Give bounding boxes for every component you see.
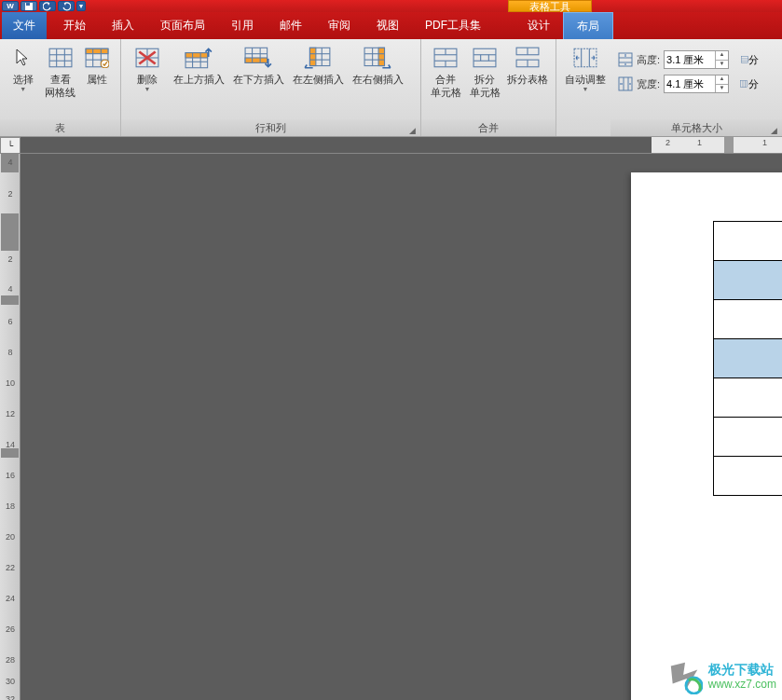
group-label: 合并 xyxy=(421,119,556,136)
tab-page-layout[interactable]: 页面布局 xyxy=(147,12,218,39)
tab-mail[interactable]: 邮件 xyxy=(267,12,315,39)
document-table[interactable] xyxy=(713,221,782,496)
tab-view[interactable]: 视图 xyxy=(364,12,412,39)
document-page[interactable] xyxy=(631,172,782,700)
table-cell[interactable] xyxy=(714,457,783,496)
row-height-icon xyxy=(618,52,633,67)
dialog-launcher-icon[interactable]: ◢ xyxy=(406,122,418,133)
tab-references[interactable]: 引用 xyxy=(218,12,267,39)
group-table: 选择 ▼ 查看 网格线 属性 表 xyxy=(0,39,121,136)
split-cells-icon xyxy=(470,45,500,71)
insert-left-button[interactable]: 在左侧插入 xyxy=(289,43,347,88)
spin-down-icon[interactable]: ▼ xyxy=(716,85,728,93)
cursor-icon xyxy=(8,45,38,71)
svg-rect-2 xyxy=(49,48,72,67)
tab-stop-selector[interactable]: └ xyxy=(0,137,21,154)
svg-rect-8 xyxy=(86,48,108,53)
group-autofit: 自动调整 ▼ xyxy=(556,39,611,136)
table-cell[interactable] xyxy=(714,222,783,261)
column-marker[interactable] xyxy=(724,137,734,153)
distribute-cols-icon xyxy=(740,76,748,91)
group-merge: 合并 单元格 拆分 单元格 拆分表格 合并 xyxy=(421,39,556,136)
delete-icon xyxy=(132,45,162,71)
svg-rect-34 xyxy=(378,48,384,65)
svg-rect-24 xyxy=(245,58,268,62)
svg-rect-43 xyxy=(473,48,496,67)
save-button[interactable] xyxy=(21,1,37,11)
insert-below-icon xyxy=(243,45,273,71)
spin-up-icon[interactable]: ▲ xyxy=(716,75,728,85)
properties-button[interactable]: 属性 xyxy=(79,43,115,88)
table-cell[interactable] xyxy=(714,261,783,300)
table-cell[interactable] xyxy=(714,378,783,418)
redo-icon xyxy=(62,2,71,11)
distribute-rows-icon xyxy=(740,52,748,67)
dropdown-arrow-icon: ▼ xyxy=(20,86,26,92)
document-area: 4 2 2 4 6 8 10 12 14 16 18 20 22 24 26 2… xyxy=(0,154,782,700)
distribute-rows-button[interactable]: 分 xyxy=(740,50,759,69)
insert-right-button[interactable]: 在右侧插入 xyxy=(349,43,406,88)
word-app-icon[interactable]: W xyxy=(2,1,19,11)
properties-icon xyxy=(82,45,112,71)
svg-rect-29 xyxy=(309,48,315,65)
tab-file[interactable]: 文件 xyxy=(2,12,47,39)
split-cells-button[interactable]: 拆分 单元格 xyxy=(466,43,503,101)
insert-left-icon xyxy=(303,45,333,71)
spin-down-icon[interactable]: ▼ xyxy=(716,61,728,69)
insert-below-button[interactable]: 在下方插入 xyxy=(229,43,287,88)
width-label: 宽度: xyxy=(637,77,660,91)
undo-button[interactable] xyxy=(39,1,56,11)
tab-home[interactable]: 开始 xyxy=(50,12,99,39)
merge-cells-button[interactable]: 合并 单元格 xyxy=(427,43,464,101)
split-table-icon xyxy=(513,45,542,71)
vertical-ruler[interactable]: 4 2 2 4 6 8 10 12 14 16 18 20 22 24 26 2… xyxy=(0,154,21,700)
table-cell[interactable] xyxy=(714,300,783,339)
autofit-icon xyxy=(570,45,600,71)
ruler-area: └ 2 1 1 2 xyxy=(0,137,782,154)
table-cell[interactable] xyxy=(714,339,783,378)
select-button[interactable]: 选择 ▼ xyxy=(6,43,41,94)
ribbon-tabs: 文件 开始 插入 页面布局 引用 邮件 审阅 视图 PDF工具集 设计 布局 xyxy=(0,12,782,39)
group-label: 单元格大小◢ xyxy=(611,119,782,136)
gridlines-icon xyxy=(46,45,75,71)
table-cell[interactable] xyxy=(714,418,783,457)
height-label: 高度: xyxy=(637,53,660,67)
redo-button[interactable] xyxy=(58,1,75,11)
svg-rect-1 xyxy=(26,3,30,6)
split-table-button[interactable]: 拆分表格 xyxy=(505,43,550,88)
merge-cells-icon xyxy=(431,45,460,71)
svg-rect-19 xyxy=(185,53,208,58)
save-icon xyxy=(24,2,34,11)
group-label: 表 xyxy=(0,119,120,136)
tab-design[interactable]: 设计 xyxy=(514,12,563,39)
dialog-launcher-icon[interactable]: ◢ xyxy=(768,122,779,133)
col-width-input[interactable]: 4.1 厘米 ▲▼ xyxy=(664,75,729,93)
quick-access-toolbar: W ▾ xyxy=(0,1,86,11)
view-gridlines-button[interactable]: 查看 网格线 xyxy=(43,43,78,101)
context-tab-table-tools: 表格工具 xyxy=(508,0,592,12)
ribbon: 选择 ▼ 查看 网格线 属性 表 xyxy=(0,39,782,137)
tab-review[interactable]: 审阅 xyxy=(315,12,364,39)
undo-icon xyxy=(43,2,52,11)
tab-layout[interactable]: 布局 xyxy=(563,12,613,39)
col-width-icon xyxy=(618,76,633,91)
dropdown-arrow-icon: ▼ xyxy=(144,86,151,92)
group-cell-size: 高度: 3.1 厘米 ▲▼ 宽度: 4.1 厘米 ▲▼ xyxy=(611,39,782,136)
svg-rect-61 xyxy=(742,57,748,63)
tab-pdf-tools[interactable]: PDF工具集 xyxy=(412,12,494,39)
svg-rect-64 xyxy=(741,81,748,88)
spin-up-icon[interactable]: ▲ xyxy=(716,51,728,61)
row-height-input[interactable]: 3.1 厘米 ▲▼ xyxy=(664,50,729,69)
insert-above-button[interactable]: 在上方插入 xyxy=(170,43,227,88)
distribute-columns-button[interactable]: 分 xyxy=(740,75,759,93)
qat-dropdown[interactable]: ▾ xyxy=(76,1,86,11)
insert-right-icon xyxy=(363,45,392,71)
autofit-button[interactable]: 自动调整 ▼ xyxy=(562,43,609,94)
horizontal-ruler[interactable]: 2 1 1 2 xyxy=(21,137,782,153)
insert-above-icon xyxy=(184,45,213,71)
delete-button[interactable]: 删除 ▼ xyxy=(127,43,168,94)
group-rows-columns: 删除 ▼ 在上方插入 在下方插入 在左侧插入 xyxy=(121,39,421,136)
title-bar: W ▾ 表格工具 xyxy=(0,0,782,12)
tab-insert[interactable]: 插入 xyxy=(99,12,147,39)
dropdown-arrow-icon: ▼ xyxy=(583,86,589,92)
